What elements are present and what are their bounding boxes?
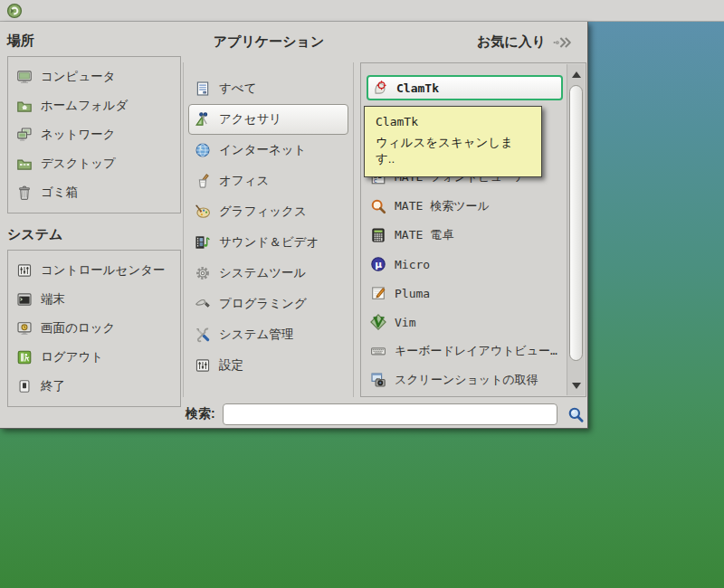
svg-text:μ: μ xyxy=(375,259,382,270)
place-item-desktop[interactable]: デスクトップ xyxy=(8,149,180,178)
system-item-label: 端末 xyxy=(41,291,65,308)
svg-text:c: c xyxy=(373,176,376,185)
internet-icon xyxy=(195,142,211,158)
category-label: すべて xyxy=(219,81,256,97)
system-item-label: コントロールセンター xyxy=(41,262,166,279)
place-item-label: ホームフォルダ xyxy=(41,98,128,114)
category-label: プログラミング xyxy=(219,296,307,312)
app-item-micro[interactable]: μ Micro xyxy=(367,250,563,279)
top-panel xyxy=(0,0,724,22)
applications-title: アプリケーション xyxy=(183,33,355,51)
category-label: アクセサリ xyxy=(219,111,281,128)
mint-menu-button[interactable] xyxy=(5,2,24,19)
micro-icon: μ xyxy=(370,256,386,272)
category-label: システムツール xyxy=(219,265,306,281)
pluma-icon xyxy=(370,285,386,301)
app-item-label: Vim xyxy=(395,316,415,329)
system-item-label: ログアウト xyxy=(41,349,103,365)
clamtk-tooltip: ClamTk ウィルスをスキャンします.. xyxy=(364,106,542,177)
category-accessories[interactable]: アクセサリ xyxy=(188,104,348,135)
search-magnifier-icon xyxy=(567,406,585,423)
place-item-network[interactable]: ネットワーク xyxy=(8,120,180,149)
scroll-down-icon xyxy=(572,383,581,389)
vim-icon xyxy=(370,314,386,330)
favorites-switcher[interactable]: お気に入り xyxy=(360,33,586,51)
mint-menu-window: 場所 コンピュータ ホームフォルダ ネットワーク xyxy=(0,22,588,429)
applist-scrollbar[interactable] xyxy=(567,64,585,395)
quit-icon xyxy=(16,378,33,394)
category-office[interactable]: オフィス xyxy=(188,166,348,196)
scroll-down-button[interactable] xyxy=(567,377,585,394)
sound-video-icon xyxy=(195,234,211,251)
scrollbar-thumb[interactable] xyxy=(569,85,583,361)
control-center-icon xyxy=(16,262,33,279)
computer-icon xyxy=(16,69,33,85)
search-button[interactable] xyxy=(565,403,586,426)
scroll-up-icon xyxy=(572,71,581,78)
category-programming[interactable]: プログラミング xyxy=(188,289,348,319)
places-title: 場所 xyxy=(7,33,181,50)
category-sound-video[interactable]: サウンド＆ビデオ xyxy=(188,227,348,258)
place-item-computer[interactable]: コンピュータ xyxy=(8,62,180,91)
system-admin-icon xyxy=(195,327,211,343)
system-frame: コントロールセンター 端末 画面のロック ログアウト xyxy=(7,250,181,407)
system-item-quit[interactable]: 終了 xyxy=(8,372,180,401)
screenshot-icon xyxy=(370,372,386,388)
place-item-label: ネットワーク xyxy=(41,127,116,143)
system-item-label: 終了 xyxy=(41,378,65,394)
category-column: x すべて アクセサリ インターネット オフィス グラフィック xyxy=(183,62,354,397)
category-system-tools[interactable]: システムツール xyxy=(188,258,348,289)
lock-screen-icon xyxy=(16,320,33,337)
system-item-logout[interactable]: ログアウト xyxy=(8,343,180,372)
place-item-label: コンピュータ xyxy=(41,69,116,85)
tooltip-description: ウィルスをスキャンします.. xyxy=(376,135,530,167)
category-label: インターネット xyxy=(219,142,306,158)
app-item-keyboard-layout-viewer[interactable]: キーボードレイアウトビュー… xyxy=(367,337,563,365)
system-title: システム xyxy=(7,226,181,243)
accessories-icon xyxy=(195,111,211,128)
category-internet[interactable]: インターネット xyxy=(188,135,348,166)
app-item-label: キーボードレイアウトビュー… xyxy=(395,343,557,359)
app-item-label: MATE 検索ツール xyxy=(395,198,490,214)
app-item-screenshot[interactable]: スクリーンショットの取得 xyxy=(367,365,563,394)
home-folder-icon xyxy=(16,98,33,114)
app-item-label: ClamTk xyxy=(396,81,439,95)
category-settings[interactable]: 設定 xyxy=(188,350,348,381)
category-graphics[interactable]: グラフィックス xyxy=(188,196,348,227)
category-label: グラフィックス xyxy=(219,204,307,220)
app-item-clamtk[interactable]: ClamTk xyxy=(367,75,563,100)
app-item-calculator[interactable]: MATE 電卓 xyxy=(367,221,563,250)
places-system-column: 場所 コンピュータ ホームフォルダ ネットワーク xyxy=(7,33,181,407)
category-all[interactable]: x すべて xyxy=(188,73,348,104)
scroll-up-button[interactable] xyxy=(567,66,585,82)
category-label: 設定 xyxy=(219,357,243,374)
system-item-control-center[interactable]: コントロールセンター xyxy=(8,256,180,285)
app-item-label: Pluma xyxy=(395,287,430,300)
app-item-search-tool[interactable]: MATE 検索ツール xyxy=(367,192,563,221)
app-item-label: スクリーンショットの取得 xyxy=(395,372,538,388)
favorites-label: お気に入り xyxy=(477,33,546,51)
tooltip-title: ClamTk xyxy=(376,115,530,128)
app-item-pluma[interactable]: Pluma xyxy=(367,279,563,308)
search-input[interactable] xyxy=(223,403,557,425)
app-item-label: Micro xyxy=(395,258,430,271)
search-tool-icon xyxy=(370,198,386,214)
system-item-label: 画面のロック xyxy=(41,320,115,337)
mint-logo-icon xyxy=(6,3,23,19)
app-item-label: MATE 電卓 xyxy=(395,227,453,243)
system-item-terminal[interactable]: 端末 xyxy=(8,285,180,314)
logout-icon xyxy=(16,349,33,365)
place-item-home[interactable]: ホームフォルダ xyxy=(8,91,180,120)
graphics-icon xyxy=(195,204,211,220)
app-item-vim[interactable]: Vim xyxy=(367,308,563,337)
category-label: オフィス xyxy=(219,173,269,189)
category-label: サウンド＆ビデオ xyxy=(219,234,319,251)
place-item-label: デスクトップ xyxy=(41,156,116,172)
system-tools-icon xyxy=(195,265,211,281)
calculator-icon xyxy=(370,227,386,243)
trash-icon xyxy=(16,185,33,201)
system-item-lock-screen[interactable]: 画面のロック xyxy=(8,314,180,343)
place-item-trash[interactable]: ゴミ箱 xyxy=(8,178,180,207)
places-frame: コンピュータ ホームフォルダ ネットワーク デスクトップ xyxy=(7,56,181,213)
category-system-admin[interactable]: システム管理 xyxy=(188,319,348,350)
